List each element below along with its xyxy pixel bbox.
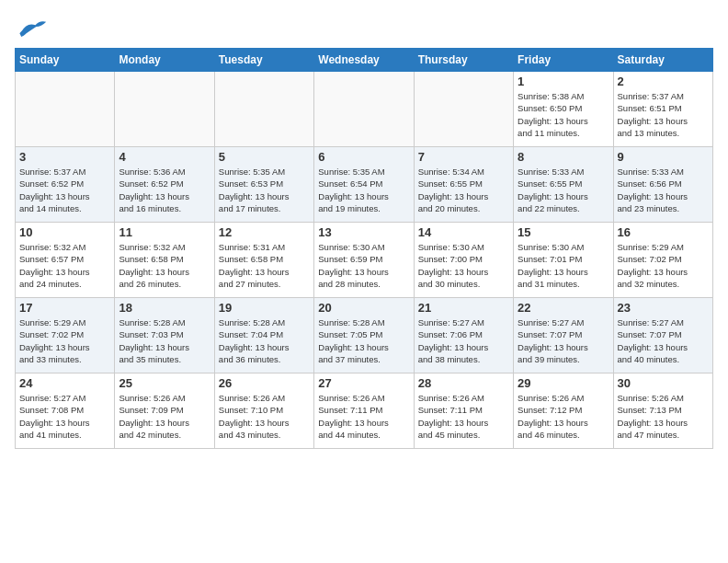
calendar-cell: 12Sunrise: 5:31 AM Sunset: 6:58 PM Dayli… — [214, 223, 313, 298]
page-header — [15, 15, 713, 40]
day-info: Sunrise: 5:38 AM Sunset: 6:50 PM Dayligh… — [518, 90, 609, 139]
day-header-monday: Monday — [115, 49, 214, 72]
day-number: 5 — [219, 150, 310, 164]
day-info: Sunrise: 5:30 AM Sunset: 7:01 PM Dayligh… — [518, 241, 609, 290]
day-number: 25 — [119, 376, 210, 390]
day-number: 15 — [518, 225, 609, 239]
calendar-cell: 23Sunrise: 5:27 AM Sunset: 7:07 PM Dayli… — [613, 298, 712, 373]
day-info: Sunrise: 5:27 AM Sunset: 7:07 PM Dayligh… — [618, 316, 709, 365]
day-number: 22 — [518, 301, 609, 315]
day-number: 2 — [618, 75, 709, 88]
day-info: Sunrise: 5:27 AM Sunset: 7:07 PM Dayligh… — [518, 316, 609, 365]
day-info: Sunrise: 5:26 AM Sunset: 7:13 PM Dayligh… — [618, 392, 709, 441]
calendar-cell: 22Sunrise: 5:27 AM Sunset: 7:07 PM Dayli… — [514, 298, 613, 373]
calendar-cell — [115, 72, 214, 147]
day-number: 19 — [219, 301, 310, 315]
calendar-week-5: 24Sunrise: 5:27 AM Sunset: 7:08 PM Dayli… — [16, 373, 713, 449]
calendar-cell: 28Sunrise: 5:26 AM Sunset: 7:11 PM Dayli… — [414, 373, 513, 449]
day-info: Sunrise: 5:26 AM Sunset: 7:11 PM Dayligh… — [418, 392, 509, 441]
calendar-cell: 10Sunrise: 5:32 AM Sunset: 6:57 PM Dayli… — [16, 223, 115, 298]
day-header-tuesday: Tuesday — [214, 49, 313, 72]
calendar-cell — [414, 72, 513, 147]
day-info: Sunrise: 5:35 AM Sunset: 6:53 PM Dayligh… — [219, 166, 310, 214]
day-info: Sunrise: 5:27 AM Sunset: 7:06 PM Dayligh… — [418, 316, 509, 365]
day-number: 24 — [19, 376, 110, 390]
day-info: Sunrise: 5:29 AM Sunset: 7:02 PM Dayligh… — [19, 316, 110, 365]
day-number: 29 — [518, 376, 609, 390]
day-number: 8 — [518, 150, 609, 164]
calendar-cell: 5Sunrise: 5:35 AM Sunset: 6:53 PM Daylig… — [214, 147, 313, 223]
day-info: Sunrise: 5:32 AM Sunset: 6:57 PM Dayligh… — [19, 241, 110, 290]
day-number: 7 — [418, 150, 509, 164]
calendar-cell: 11Sunrise: 5:32 AM Sunset: 6:58 PM Dayli… — [115, 223, 214, 298]
calendar-cell: 1Sunrise: 5:38 AM Sunset: 6:50 PM Daylig… — [514, 72, 613, 147]
day-header-friday: Friday — [514, 49, 613, 72]
day-info: Sunrise: 5:29 AM Sunset: 7:02 PM Dayligh… — [618, 241, 709, 290]
calendar-cell — [314, 72, 414, 147]
calendar-cell: 17Sunrise: 5:29 AM Sunset: 7:02 PM Dayli… — [16, 298, 115, 373]
day-number: 30 — [618, 376, 709, 390]
calendar-week-4: 17Sunrise: 5:29 AM Sunset: 7:02 PM Dayli… — [16, 298, 713, 373]
calendar-cell: 2Sunrise: 5:37 AM Sunset: 6:51 PM Daylig… — [613, 72, 712, 147]
day-number: 3 — [19, 150, 110, 164]
day-number: 4 — [119, 150, 210, 164]
day-info: Sunrise: 5:26 AM Sunset: 7:12 PM Dayligh… — [518, 392, 609, 441]
day-info: Sunrise: 5:28 AM Sunset: 7:05 PM Dayligh… — [318, 316, 409, 365]
day-number: 13 — [318, 225, 409, 239]
day-header-saturday: Saturday — [613, 49, 712, 72]
day-number: 12 — [219, 225, 310, 239]
day-header-thursday: Thursday — [414, 49, 513, 72]
day-number: 18 — [119, 301, 210, 315]
calendar-cell: 21Sunrise: 5:27 AM Sunset: 7:06 PM Dayli… — [414, 298, 513, 373]
calendar-cell: 16Sunrise: 5:29 AM Sunset: 7:02 PM Dayli… — [613, 223, 712, 298]
day-info: Sunrise: 5:36 AM Sunset: 6:52 PM Dayligh… — [119, 166, 210, 214]
calendar-week-1: 1Sunrise: 5:38 AM Sunset: 6:50 PM Daylig… — [16, 72, 713, 147]
day-number: 28 — [418, 376, 509, 390]
calendar-cell: 30Sunrise: 5:26 AM Sunset: 7:13 PM Dayli… — [613, 373, 712, 449]
calendar-cell — [16, 72, 115, 147]
day-info: Sunrise: 5:26 AM Sunset: 7:11 PM Dayligh… — [318, 392, 409, 441]
day-info: Sunrise: 5:26 AM Sunset: 7:09 PM Dayligh… — [119, 392, 210, 441]
day-info: Sunrise: 5:31 AM Sunset: 6:58 PM Dayligh… — [219, 241, 310, 290]
day-number: 1 — [518, 75, 609, 88]
calendar-cell: 20Sunrise: 5:28 AM Sunset: 7:05 PM Dayli… — [314, 298, 414, 373]
day-number: 27 — [318, 376, 409, 390]
calendar-cell: 3Sunrise: 5:37 AM Sunset: 6:52 PM Daylig… — [16, 147, 115, 223]
day-header-wednesday: Wednesday — [314, 49, 414, 72]
calendar-cell: 26Sunrise: 5:26 AM Sunset: 7:10 PM Dayli… — [214, 373, 313, 449]
day-info: Sunrise: 5:27 AM Sunset: 7:08 PM Dayligh… — [19, 392, 110, 441]
calendar-cell: 18Sunrise: 5:28 AM Sunset: 7:03 PM Dayli… — [115, 298, 214, 373]
day-number: 23 — [618, 301, 709, 315]
calendar-cell: 14Sunrise: 5:30 AM Sunset: 7:00 PM Dayli… — [414, 223, 513, 298]
day-number: 21 — [418, 301, 509, 315]
calendar-cell: 9Sunrise: 5:33 AM Sunset: 6:56 PM Daylig… — [613, 147, 712, 223]
calendar-cell: 7Sunrise: 5:34 AM Sunset: 6:55 PM Daylig… — [414, 147, 513, 223]
logo — [15, 15, 51, 40]
day-number: 14 — [418, 225, 509, 239]
day-info: Sunrise: 5:28 AM Sunset: 7:04 PM Dayligh… — [219, 316, 310, 365]
day-number: 17 — [19, 301, 110, 315]
day-number: 6 — [318, 150, 409, 164]
calendar-cell: 8Sunrise: 5:33 AM Sunset: 6:55 PM Daylig… — [514, 147, 613, 223]
day-number: 20 — [318, 301, 409, 315]
calendar-cell: 19Sunrise: 5:28 AM Sunset: 7:04 PM Dayli… — [214, 298, 313, 373]
day-number: 26 — [219, 376, 310, 390]
calendar-cell: 4Sunrise: 5:36 AM Sunset: 6:52 PM Daylig… — [115, 147, 214, 223]
day-info: Sunrise: 5:30 AM Sunset: 7:00 PM Dayligh… — [418, 241, 509, 290]
day-number: 11 — [119, 225, 210, 239]
calendar-cell: 6Sunrise: 5:35 AM Sunset: 6:54 PM Daylig… — [314, 147, 414, 223]
logo-icon — [15, 15, 48, 40]
day-info: Sunrise: 5:34 AM Sunset: 6:55 PM Dayligh… — [418, 166, 509, 214]
day-info: Sunrise: 5:28 AM Sunset: 7:03 PM Dayligh… — [119, 316, 210, 365]
calendar-table: SundayMondayTuesdayWednesdayThursdayFrid… — [15, 48, 713, 449]
day-info: Sunrise: 5:33 AM Sunset: 6:55 PM Dayligh… — [518, 166, 609, 214]
day-number: 10 — [19, 225, 110, 239]
day-info: Sunrise: 5:30 AM Sunset: 6:59 PM Dayligh… — [318, 241, 409, 290]
calendar-week-3: 10Sunrise: 5:32 AM Sunset: 6:57 PM Dayli… — [16, 223, 713, 298]
calendar-cell — [214, 72, 313, 147]
calendar-cell: 13Sunrise: 5:30 AM Sunset: 6:59 PM Dayli… — [314, 223, 414, 298]
day-number: 9 — [618, 150, 709, 164]
calendar-week-2: 3Sunrise: 5:37 AM Sunset: 6:52 PM Daylig… — [16, 147, 713, 223]
calendar-header-row: SundayMondayTuesdayWednesdayThursdayFrid… — [16, 49, 713, 72]
calendar-cell: 24Sunrise: 5:27 AM Sunset: 7:08 PM Dayli… — [16, 373, 115, 449]
